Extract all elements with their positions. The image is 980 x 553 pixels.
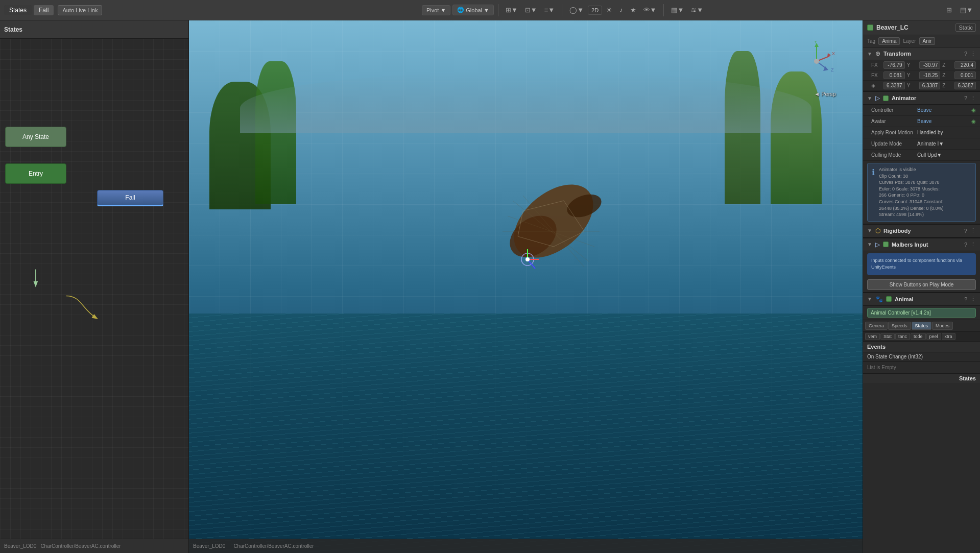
tab-states[interactable]: States xyxy=(4,5,32,15)
controller-link-icon[interactable]: ◉ xyxy=(971,107,976,113)
show-buttons-button[interactable]: Show Buttons on Play Mode xyxy=(867,279,976,290)
left-panel-title: States xyxy=(4,26,22,33)
animal-enabled-checkbox[interactable] xyxy=(886,296,892,302)
controller-label: Controller xyxy=(871,107,917,113)
audio-icon-button[interactable]: ♪ xyxy=(616,4,626,16)
eye-icon-button[interactable]: ◯▼ xyxy=(566,4,587,16)
layer-dropdown[interactable]: Anir xyxy=(919,37,936,45)
grid-icon-button[interactable]: ⊞▼ xyxy=(503,4,521,16)
transform-help-icon[interactable]: ? xyxy=(964,51,967,57)
rot-z-field[interactable]: 0.001 xyxy=(954,71,976,79)
apply-root-motion-value: Handled by xyxy=(917,130,976,135)
state-any-state[interactable]: Any State xyxy=(5,127,66,147)
malbers-help-icon[interactable]: ? xyxy=(964,242,967,248)
animator-canvas[interactable]: Any State Entry Fall xyxy=(0,39,188,539)
layout-button[interactable]: ▤▼ xyxy=(957,4,976,16)
transform-menu-icon[interactable]: ⋮ xyxy=(970,51,976,57)
animal-controller-label-row: Animal Controller [v1.4.2a] xyxy=(863,306,980,320)
transform-section-header[interactable]: ▼ ⊕ Transform ? ⋮ xyxy=(863,47,980,60)
animator-icon: ▷ xyxy=(875,94,880,102)
culling-mode-label: Culling Mode xyxy=(871,152,917,158)
pivot-button[interactable]: Pivot ▼ xyxy=(422,5,450,15)
svg-point-23 xyxy=(525,257,530,261)
avatar-link-icon[interactable]: ◉ xyxy=(971,118,976,124)
rigidbody-section-header[interactable]: ▼ ⬡ Rigidbody ? ⋮ xyxy=(863,224,980,237)
tab-fall[interactable]: Fall xyxy=(34,5,54,15)
light-icon-button[interactable]: ☀ xyxy=(603,4,615,16)
malbers-section-header[interactable]: ▼ ▷ Malbers Input ? ⋮ xyxy=(863,237,980,251)
rot-y-field[interactable]: -18.25 xyxy=(919,71,941,79)
left-panel-header: States xyxy=(0,20,188,39)
animator-help-icon[interactable]: ? xyxy=(964,95,967,101)
scale-x-field[interactable]: 6.3387 xyxy=(883,82,905,89)
auto-live-link-button[interactable]: Auto Live Link xyxy=(58,5,102,15)
animator-section-header[interactable]: ▼ ▷ Animator ? ⋮ xyxy=(863,91,980,105)
rot-x-field[interactable]: 0.081 xyxy=(883,71,905,79)
malbers-enabled-checkbox[interactable] xyxy=(883,242,889,247)
animator-info-clip-count: Clip Count: 38 xyxy=(879,173,944,180)
transform-gizmo[interactable] xyxy=(512,244,543,275)
animal-controller-label[interactable]: Animal Controller [v1.4.2a] xyxy=(867,308,976,318)
animal-tab-states[interactable]: States xyxy=(912,322,932,330)
global-button[interactable]: 🌐 Global ▼ xyxy=(452,5,494,15)
render-mode-button[interactable]: ▦▼ xyxy=(668,4,687,16)
animal-menu-icon[interactable]: ⋮ xyxy=(970,296,976,302)
render-pipeline-button[interactable]: ≋▼ xyxy=(688,4,706,16)
ruler-icon-button[interactable]: ≡▼ xyxy=(541,4,558,16)
svg-text:Y: Y xyxy=(814,41,817,44)
main-content: States Any State xyxy=(0,20,980,553)
culling-mode-value[interactable]: Cull Upd▼ xyxy=(917,152,976,158)
rigidbody-section-title: Rigidbody xyxy=(883,228,961,234)
update-mode-value[interactable]: Animate I▼ xyxy=(917,141,976,147)
sub-tab-tanc[interactable]: tanc xyxy=(895,333,910,340)
layers-button[interactable]: ⊞ xyxy=(943,4,955,16)
animal-section-header[interactable]: ▼ 🐾 Animal ? ⋮ xyxy=(863,292,980,306)
pos-y-field[interactable]: -30.97 xyxy=(919,61,941,69)
apply-root-motion-label: Apply Root Motion xyxy=(871,130,917,135)
rigidbody-menu-icon[interactable]: ⋮ xyxy=(970,227,976,234)
on-state-change-label: On State Change (Int32) xyxy=(867,354,923,359)
scene-view[interactable]: Y Z X ◄ Persp Beaver_LOD0 C xyxy=(189,20,863,553)
sub-tab-peel[interactable]: peel xyxy=(926,333,941,340)
state-fall[interactable]: Fall xyxy=(97,190,163,206)
scene-vis-button[interactable]: 👁▼ xyxy=(640,4,660,16)
right-panel: Beaver_LC Static Tag Anima Layer Anir ▼ … xyxy=(863,20,980,553)
animal-tab-modes[interactable]: Modes xyxy=(932,322,953,330)
scale-y-field[interactable]: 6.3387 xyxy=(919,82,941,89)
sub-tab-stat[interactable]: Stat xyxy=(880,333,895,340)
static-dropdown[interactable]: Static xyxy=(955,23,976,32)
avatar-value[interactable]: Beave xyxy=(917,118,971,124)
global-dropdown-icon: ▼ xyxy=(484,7,489,13)
animal-tab-speeds[interactable]: Speeds xyxy=(888,322,911,330)
animal-help-icon[interactable]: ? xyxy=(964,296,967,302)
tag-dropdown[interactable]: Anima xyxy=(878,37,900,45)
animator-enabled-checkbox[interactable] xyxy=(883,95,889,101)
animal-icon: 🐾 xyxy=(875,296,883,303)
avatar-label: Avatar xyxy=(871,118,917,124)
2d-button[interactable]: 2D xyxy=(588,6,602,15)
pos-x-field[interactable]: -76.79 xyxy=(883,61,905,69)
sub-tab-tode[interactable]: tode xyxy=(911,333,926,340)
inspector-object-name: Beaver_LC xyxy=(876,24,952,31)
scene-gizmo[interactable]: Y Z X xyxy=(796,41,837,82)
animal-tab-genera[interactable]: Genera xyxy=(865,322,888,330)
transform-section-title: Transform xyxy=(883,51,961,57)
rigidbody-help-icon[interactable]: ? xyxy=(964,228,967,234)
pos-z-field[interactable]: 220.4 xyxy=(954,61,976,69)
animator-menu-icon[interactable]: ⋮ xyxy=(970,95,976,102)
fx-icon-button[interactable]: ★ xyxy=(627,4,639,16)
object-enabled-checkbox[interactable] xyxy=(867,25,873,31)
toolbar-divider-1 xyxy=(498,4,498,16)
scale-z-field[interactable]: 6.3387 xyxy=(954,82,976,89)
controller-value[interactable]: Beave xyxy=(917,107,971,113)
pivot-label: Pivot xyxy=(426,7,439,13)
state-entry[interactable]: Entry xyxy=(5,163,66,184)
sub-tab-vem[interactable]: vem xyxy=(865,333,880,340)
animator-info-muscles: 266 Generic: 0 PPtr: 0 xyxy=(879,192,944,199)
svg-text:X: X xyxy=(832,51,835,56)
animator-info-constant: 26448 (85.2%) Dense: 0 (0.0%) xyxy=(879,205,944,212)
snap-icon-button[interactable]: ⊡▼ xyxy=(522,4,540,16)
pivot-dropdown-icon: ▼ xyxy=(440,7,446,13)
malbers-menu-icon[interactable]: ⋮ xyxy=(970,241,976,248)
sub-tab-xtra[interactable]: xtra xyxy=(942,333,955,340)
